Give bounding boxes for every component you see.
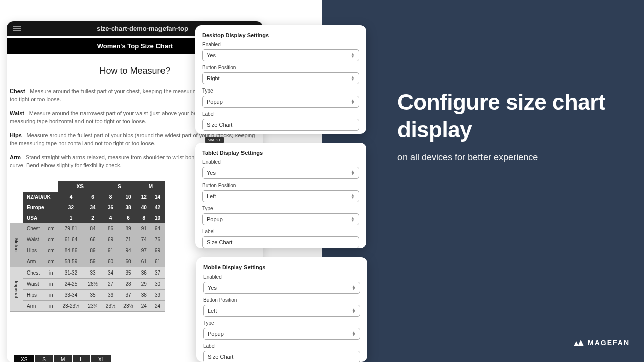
background-right: [322, 0, 644, 362]
tablet-display-settings-panel: Tablet Display Settings Enabled Yes▲▼ Bu…: [195, 143, 366, 248]
table-row: Waistcm61-646669717476: [10, 234, 165, 245]
table-row: Waistin24-2526½27282930: [10, 278, 165, 289]
table-row: ImperialChestin31-323334353637: [10, 267, 165, 278]
label-label: Label: [202, 229, 359, 234]
table-row: MetricChestcm79-818486899194: [10, 223, 165, 234]
hamburger-icon[interactable]: [13, 26, 21, 31]
chevron-updown-icon: ▲▼: [352, 331, 356, 336]
desktop-display-settings-panel: Desktop Display Settings Enabled Yes▲▼ B…: [195, 25, 366, 134]
table-row: Europe323436384042: [10, 202, 165, 213]
table-row: Armin23-23¼23¼23½23½2424: [10, 300, 165, 311]
label-label: Label: [202, 111, 359, 117]
chevron-updown-icon: ▲▼: [351, 99, 355, 104]
panel-title: Desktop Display Settings: [202, 32, 359, 38]
size-tab[interactable]: XS: [14, 355, 34, 362]
enabled-label: Enabled: [202, 42, 359, 47]
table-row: NZ/AU/UK468101214: [10, 192, 165, 202]
chevron-updown-icon: ▲▼: [352, 285, 356, 290]
size-tab[interactable]: XL: [91, 355, 111, 362]
type-label: Type: [202, 206, 359, 211]
type-label: Type: [203, 320, 360, 326]
button-position-label: Button Position: [202, 183, 359, 188]
bottom-size-tabs: XS S M L XL: [14, 355, 111, 362]
label-label: Label: [203, 343, 360, 349]
enabled-label: Enabled: [202, 159, 359, 165]
chevron-updown-icon: ▲▼: [351, 170, 355, 175]
size-tab[interactable]: L: [73, 355, 90, 362]
button-position-select[interactable]: Left▲▼: [203, 305, 360, 317]
promo-block: Configure size chart display on all devi…: [397, 88, 614, 163]
brand-mark-icon: [574, 339, 584, 346]
label-input[interactable]: Size Chart: [202, 119, 359, 131]
table-row: Armcm58-595960606161: [10, 256, 165, 267]
brand-logo: MAGEFAN: [574, 339, 630, 347]
enabled-select[interactable]: Yes▲▼: [203, 282, 360, 294]
mobile-display-settings-panel: Mobile Display Settings Enabled Yes▲▼ Bu…: [196, 257, 367, 362]
button-position-label: Button Position: [203, 297, 360, 303]
chevron-updown-icon: ▲▼: [352, 308, 356, 313]
panel-title: Tablet Display Settings: [202, 150, 359, 156]
type-select[interactable]: Popup▲▼: [203, 328, 360, 340]
button-position-select[interactable]: Left▲▼: [202, 190, 359, 202]
enabled-select[interactable]: Yes▲▼: [202, 167, 359, 179]
size-chart-table: XS S M NZ/AU/UK468101214 Europe323436384…: [10, 181, 165, 312]
size-tab[interactable]: S: [35, 355, 53, 362]
table-row: USA1246810: [10, 213, 165, 223]
chevron-updown-icon: ▲▼: [351, 53, 355, 58]
promo-subline: on all devices for better experience: [397, 152, 614, 163]
label-input[interactable]: Size Chart: [203, 351, 360, 362]
label-input[interactable]: Size Chart: [202, 236, 359, 248]
type-select[interactable]: Popup▲▼: [202, 96, 359, 108]
table-row: Hipscm84-868991949799: [10, 245, 165, 256]
panel-title: Mobile Display Settings: [203, 264, 360, 270]
chevron-updown-icon: ▲▼: [351, 194, 355, 199]
enabled-select[interactable]: Yes▲▼: [202, 49, 359, 61]
table-row: Hipsin33-343536373839: [10, 289, 165, 300]
chevron-updown-icon: ▲▼: [351, 217, 355, 222]
button-position-label: Button Position: [202, 65, 359, 70]
button-position-select[interactable]: Right▲▼: [202, 72, 359, 84]
chevron-updown-icon: ▲▼: [351, 76, 355, 81]
type-select[interactable]: Popup▲▼: [202, 213, 359, 225]
type-label: Type: [202, 88, 359, 94]
promo-headline: Configure size chart display: [397, 88, 614, 143]
brand-name: MAGEFAN: [588, 339, 630, 347]
size-tab[interactable]: M: [54, 355, 72, 362]
enabled-label: Enabled: [203, 274, 360, 280]
